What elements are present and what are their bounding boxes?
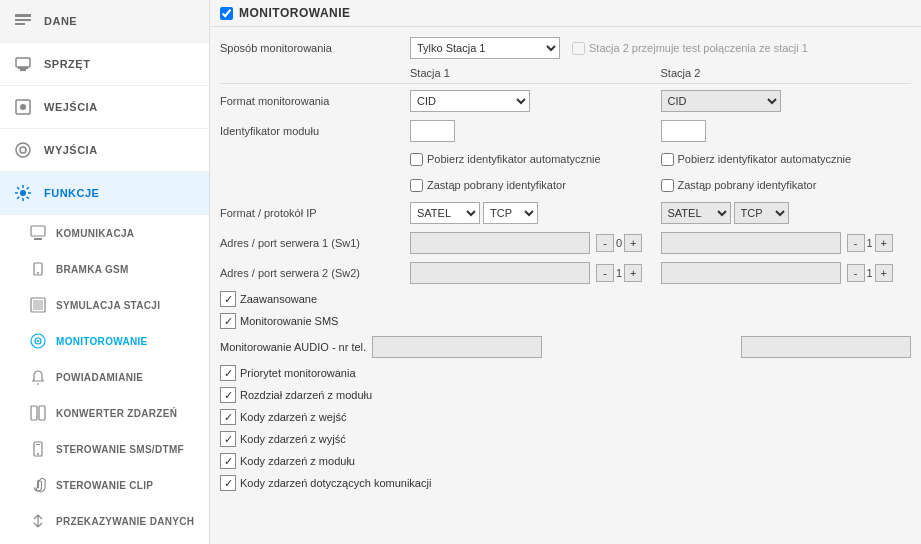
monitorowanie-title: MONITOROWANIE [239,6,351,20]
kody-komunikacji-label[interactable]: Kody zdarzeń dotyczących komunikacji [240,477,431,489]
zastap-stacja1-label: Zastąp pobrany identyfikator [427,179,566,191]
funkcje-icon [12,182,34,204]
sidebar-item-funkcje[interactable]: FUNKCJE [0,172,209,215]
kody-komunikacji-check-icon[interactable]: ✓ [220,475,236,491]
serwer1-stacja1-minus-btn[interactable]: - [596,234,614,252]
audio-row: Monitorowanie AUDIO - nr tel. [220,332,911,362]
svg-rect-12 [34,238,42,240]
kody-wyjsc-check-icon[interactable]: ✓ [220,431,236,447]
serwer2-stacja2-port-group: - 1 + [847,264,893,282]
audio-stacja2-input[interactable] [741,336,911,358]
stacja1-header: Stacja 1 [410,67,661,79]
serwer2-stacja2-minus-btn[interactable]: - [847,264,865,282]
protokol-stacja1-proto-select[interactable]: TCP [483,202,538,224]
serwer1-stacja1-plus-btn[interactable]: + [624,234,642,252]
sidebar-item-bramka-gsm-label: BRAMKA GSM [56,264,129,275]
svg-rect-3 [16,58,30,67]
svg-rect-11 [31,226,45,236]
protokol-label: Format / protokół IP [220,207,410,219]
sidebar-item-konwerter[interactable]: KONWERTER ZDARZEŃ [0,395,209,431]
monitorowanie-checkbox[interactable] [220,7,233,20]
monitorowanie-sms-label[interactable]: Monitorowanie SMS [240,315,338,327]
sidebar-item-sterowanie-clip[interactable]: STEROWANIE CLIP [0,467,209,503]
zaawansowane-label[interactable]: Zaawansowane [240,293,317,305]
konwerter-icon [28,403,48,423]
serwer1-stacja2-port-group: - 1 + [847,234,893,252]
zaawansowane-check-icon[interactable]: ✓ [220,291,236,307]
serwer2-label: Adres / port serwera 2 (Sw2) [220,267,410,279]
identyfikator-controls: 0001 0002 [410,120,911,142]
sidebar-item-powiadamianie[interactable]: POWIADAMIANIE [0,359,209,395]
sidebar-item-symulacja-stacji[interactable]: SYMULACJA STACJI [0,287,209,323]
audio-stacja1-input[interactable] [372,336,542,358]
serwer1-stacja1-input[interactable] [410,232,590,254]
stacja2-test-label: Stacja 2 przejmuje test połączenia ze st… [589,42,808,54]
monitorowanie-sms-check-icon[interactable]: ✓ [220,313,236,329]
format-stacja2-select[interactable]: CID [661,90,781,112]
serwer1-stacja2-plus-btn[interactable]: + [875,234,893,252]
kody-komunikacji-row: ✓ Kody zdarzeń dotyczących komunikacji [220,472,911,494]
serwer1-stacja2-input[interactable] [661,232,841,254]
station-headers: Stacja 1 Stacja 2 [220,63,911,81]
priorytet-label[interactable]: Priorytet monitorowania [240,367,356,379]
sposob-controls: Tylko Stacja 1 Stacja 2 przejmuje test p… [410,37,911,59]
kody-wyjsc-label[interactable]: Kody zdarzeń z wyjść [240,433,346,445]
sidebar-item-symulacja-label: SYMULACJA STACJI [56,300,160,311]
sidebar-item-bramka-gsm[interactable]: BRAMKA GSM [0,251,209,287]
stacja2-header: Stacja 2 [661,67,912,79]
serwer2-stacja2-port-val: 1 [867,267,873,279]
identyfikator-stacja1-input[interactable]: 0001 [410,120,455,142]
protokol-controls: SATEL TCP SATEL TCP [410,202,911,224]
format-controls: CID CID [410,90,911,112]
pobierz-stacja1-checkbox[interactable] [410,153,423,166]
kody-modulu-check-icon[interactable]: ✓ [220,453,236,469]
rozdzial-label[interactable]: Rozdział zdarzeń z modułu [240,389,372,401]
sposob-select[interactable]: Tylko Stacja 1 [410,37,560,59]
rozdzial-check-icon[interactable]: ✓ [220,387,236,403]
pobierz-stacja2-checkbox[interactable] [661,153,674,166]
format-stacja1-select[interactable]: CID [410,90,530,112]
kody-wejsc-label[interactable]: Kody zdarzeń z wejść [240,411,346,423]
protokol-row: Format / protokół IP SATEL TCP SATEL TCP [220,198,911,228]
sidebar-item-przekazywanie-label: PRZEKAZYWANIE DANYCH [56,516,194,527]
dane-icon [12,10,34,32]
sidebar-item-sprzet[interactable]: SPRZĘT [0,43,209,86]
serwer1-stacja2-minus-btn[interactable]: - [847,234,865,252]
serwer1-label: Adres / port serwera 1 (Sw1) [220,237,410,249]
wejscia-icon [12,96,34,118]
protokol-stacja2-proto-select[interactable]: TCP [734,202,789,224]
svg-rect-5 [18,67,28,69]
kody-modulu-label[interactable]: Kody zdarzeń z modułu [240,455,355,467]
sidebar-item-sterowanie-sms[interactable]: STEROWANIE SMS/DTMF [0,431,209,467]
symulacja-icon [28,295,48,315]
priorytet-check-icon[interactable]: ✓ [220,365,236,381]
serwer2-stacja2-input[interactable] [661,262,841,284]
serwer1-stacja1-port-val: 0 [616,237,622,249]
identyfikator-stacja2-input[interactable]: 0002 [661,120,706,142]
sidebar-item-wyjscia[interactable]: WYJŚCIA [0,129,209,172]
kody-wejsc-check-icon[interactable]: ✓ [220,409,236,425]
svg-point-8 [16,143,30,157]
serwer2-stacja1-plus-btn[interactable]: + [624,264,642,282]
sidebar-item-komunikacja-label: KOMUNIKACJA [56,228,134,239]
bramka-gsm-icon [28,259,48,279]
sidebar-item-monitorowanie[interactable]: MONITOROWANIE [0,323,209,359]
protokol-stacja1-format-select[interactable]: SATEL [410,202,480,224]
sidebar-item-dane[interactable]: DANE [0,0,209,43]
protokol-stacja2-format-select[interactable]: SATEL [661,202,731,224]
sidebar-item-wejscia[interactable]: WEJŚCIA [0,86,209,129]
sidebar-item-zdalna-aktualizacja[interactable]: ZDALNA AKTUALIZACJA [0,539,209,544]
sidebar-item-komunikacja[interactable]: KOMUNIKACJA [0,215,209,251]
serwer2-stacja1-minus-btn[interactable]: - [596,264,614,282]
sterowanie-sms-icon [28,439,48,459]
zastap-stacja2-checkbox[interactable] [661,179,674,192]
sidebar-item-przekazywanie[interactable]: PRZEKAZYWANIE DANYCH [0,503,209,539]
zastap-stacja1-checkbox[interactable] [410,179,423,192]
priorytet-row: ✓ Priorytet monitorowania [220,362,911,384]
sterowanie-clip-icon [28,475,48,495]
svg-point-25 [37,453,39,455]
serwer2-stacja1-input[interactable] [410,262,590,284]
svg-rect-0 [15,14,31,17]
serwer2-stacja2-plus-btn[interactable]: + [875,264,893,282]
svg-rect-24 [36,444,40,445]
